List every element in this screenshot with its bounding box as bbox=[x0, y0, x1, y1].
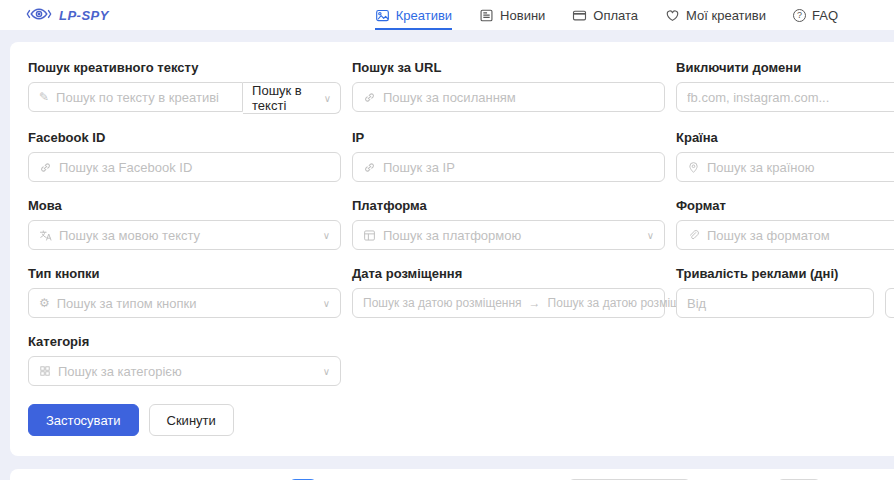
date-from-placeholder[interactable]: Пошук за датою розміщення bbox=[363, 296, 522, 310]
gear-icon: ⚙ bbox=[39, 297, 50, 309]
creative-text-input[interactable] bbox=[56, 90, 232, 105]
pencil-icon: ✎ bbox=[39, 91, 49, 103]
nav-tab-label: FAQ bbox=[812, 8, 838, 23]
platform-select[interactable]: ∨ bbox=[352, 220, 665, 250]
button-type-input[interactable] bbox=[57, 296, 316, 311]
facebook-id-input[interactable] bbox=[59, 160, 330, 175]
paperclip-icon bbox=[687, 229, 700, 242]
duration-from-input[interactable] bbox=[687, 296, 863, 311]
link-icon bbox=[363, 91, 376, 104]
top-navbar: LP-SPY Креативи Новини bbox=[0, 0, 894, 30]
question-icon: ? bbox=[793, 9, 806, 22]
field-format: Формат bbox=[676, 198, 894, 250]
text-search-mode-select[interactable]: Пошук в тексті ∨ bbox=[243, 82, 341, 114]
chevron-down-icon: ∨ bbox=[323, 298, 330, 309]
field-platform: Платформа ∨ bbox=[352, 198, 665, 250]
nav-tab-label: Креативи bbox=[396, 8, 452, 23]
nav-tab-creatives[interactable]: Креативи bbox=[375, 0, 452, 30]
eye-logo-icon bbox=[26, 6, 52, 25]
platform-input[interactable] bbox=[383, 228, 640, 243]
translate-icon bbox=[39, 229, 52, 242]
reset-button[interactable]: Скинути bbox=[149, 404, 234, 436]
chevron-down-icon: ∨ bbox=[323, 230, 330, 241]
nav-tab-news[interactable]: Новини bbox=[479, 0, 545, 30]
field-category: Категорія ∨ bbox=[28, 334, 341, 386]
brand-logo[interactable]: LP-SPY bbox=[26, 6, 109, 25]
nav-tab-label: Мої креативи bbox=[686, 8, 766, 23]
field-label: Facebook ID bbox=[28, 130, 341, 145]
field-url: Пошук за URL bbox=[352, 60, 665, 114]
country-input[interactable] bbox=[707, 160, 894, 175]
field-language: Мова ∨ bbox=[28, 198, 341, 250]
location-pin-icon bbox=[687, 161, 700, 174]
field-creative-text: Пошук креативного тексту ✎ Пошук в текст… bbox=[28, 60, 341, 114]
category-grid-icon bbox=[39, 365, 51, 377]
field-button-type: Тип кнопки ⚙ ∨ bbox=[28, 266, 341, 318]
field-country: Країна bbox=[676, 130, 894, 182]
language-input[interactable] bbox=[59, 228, 316, 243]
category-input[interactable] bbox=[58, 364, 316, 379]
credit-card-icon bbox=[572, 8, 587, 23]
field-exclude-domains: Виключити домени bbox=[676, 60, 894, 114]
field-ip: IP bbox=[352, 130, 665, 182]
field-facebook-id: Facebook ID bbox=[28, 130, 341, 182]
field-label: Платформа bbox=[352, 198, 665, 213]
field-label: Країна bbox=[676, 130, 894, 145]
field-label: Тривалість реклами (дні) bbox=[676, 266, 894, 281]
field-label: Дата розміщення bbox=[352, 266, 665, 281]
date-range-picker[interactable]: Пошук за датою розміщення → Пошук за дат… bbox=[352, 288, 665, 318]
nav-tab-label: Оплата bbox=[593, 8, 638, 23]
language-select[interactable]: ∨ bbox=[28, 220, 341, 250]
nav-tab-faq[interactable]: ? FAQ bbox=[793, 0, 838, 30]
field-duration: Тривалість реклами (дні) bbox=[676, 266, 894, 318]
apply-button[interactable]: Застосувати bbox=[28, 404, 139, 436]
mode-value: Пошук в тексті bbox=[252, 83, 324, 113]
chevron-down-icon: ∨ bbox=[647, 230, 654, 241]
news-icon bbox=[479, 8, 494, 23]
format-input[interactable] bbox=[707, 228, 894, 243]
field-label: IP bbox=[352, 130, 665, 145]
button-type-select[interactable]: ⚙ ∨ bbox=[28, 288, 341, 318]
chevron-down-icon: ∨ bbox=[323, 366, 330, 377]
nav-tab-my-creatives[interactable]: Мої креативи bbox=[665, 0, 766, 30]
field-label: Виключити домени bbox=[676, 60, 894, 75]
field-label: Мова bbox=[28, 198, 341, 213]
field-label: Тип кнопки bbox=[28, 266, 341, 281]
nav-tab-label: Новини bbox=[500, 8, 545, 23]
nav-tab-payment[interactable]: Оплата bbox=[572, 0, 638, 30]
image-icon bbox=[375, 8, 390, 23]
arrow-right-icon: → bbox=[529, 297, 541, 309]
url-input[interactable] bbox=[383, 90, 654, 105]
field-label: Формат bbox=[676, 198, 894, 213]
link-icon bbox=[39, 161, 52, 174]
field-label: Пошук креативного тексту bbox=[28, 60, 341, 75]
format-select[interactable] bbox=[676, 220, 894, 250]
main-nav: Креативи Новини Оплата bbox=[375, 0, 838, 30]
field-label: Категорія bbox=[28, 334, 341, 349]
ip-input[interactable] bbox=[383, 160, 654, 175]
field-placement-date: Дата розміщення Пошук за датою розміщенн… bbox=[352, 266, 665, 318]
field-label: Пошук за URL bbox=[352, 60, 665, 75]
platform-icon bbox=[363, 229, 376, 242]
heart-icon bbox=[665, 8, 680, 23]
brand-name: LP-SPY bbox=[59, 8, 109, 23]
filters-panel: Пошук креативного тексту ✎ Пошук в текст… bbox=[10, 42, 894, 456]
exclude-domains-input[interactable] bbox=[687, 90, 894, 105]
chevron-down-icon: ∨ bbox=[324, 93, 331, 104]
results-toolbar: Знайдено 48678 креативів на сторінці ‹ 1… bbox=[10, 469, 894, 480]
category-select[interactable]: ∨ bbox=[28, 356, 341, 386]
link-icon bbox=[363, 161, 376, 174]
